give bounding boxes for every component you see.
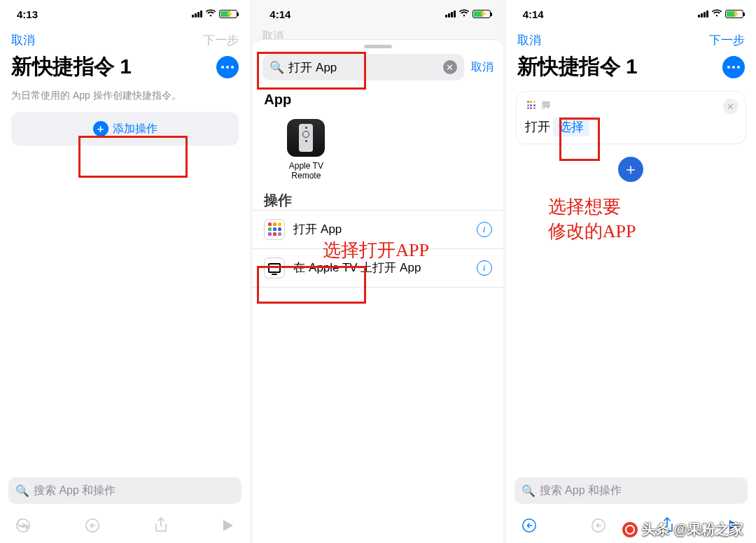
clear-search-button[interactable]: ✕	[443, 60, 457, 74]
annotation-text: 选择想要 修改的APP	[548, 195, 636, 244]
action-card-header: 脚	[525, 99, 737, 111]
more-menu-button[interactable]	[722, 56, 745, 78]
section-app-label: App	[253, 86, 503, 109]
page-title: 新快捷指令 1	[517, 52, 638, 81]
status-bar: 4:14 ⚡	[506, 0, 756, 28]
toutiao-logo-icon	[622, 522, 638, 537]
cellular-signal-icon	[192, 10, 202, 17]
search-row: 🔍 打开 App ✕ 取消	[253, 48, 503, 86]
share-button[interactable]	[154, 517, 168, 534]
search-placeholder: 搜索 App 和操作	[540, 484, 622, 498]
more-menu-button[interactable]	[216, 56, 239, 78]
action-card-header-text: 脚	[542, 99, 550, 111]
search-icon: 🔍	[270, 60, 284, 75]
open-app-action-card[interactable]: 脚 ✕ 打开 选择	[516, 91, 746, 144]
annotation-text: 选择打开APP	[323, 238, 429, 262]
title-row: 新快捷指令 1	[506, 50, 756, 85]
action-open-app-label: 打开 App	[293, 221, 342, 237]
pane-shortcut-editor: 4:14 ⚡ 取消 下一步 新快捷指令 1 脚 ✕ 打开 选择 ＋ 选择想要 修…	[506, 0, 756, 543]
watermark: 头条 @果粉之家	[622, 520, 743, 539]
status-indicators: ⚡	[445, 9, 491, 20]
cellular-signal-icon	[445, 10, 456, 17]
wifi-icon	[205, 9, 216, 20]
section-ops-label: 操作	[264, 191, 292, 210]
apple-tv-remote-app[interactable]: Apple TV Remote	[253, 109, 337, 188]
next-button[interactable]: 下一步	[709, 32, 745, 48]
battery-icon: ⚡	[725, 10, 743, 18]
redo-button[interactable]	[85, 518, 100, 533]
wifi-icon	[711, 9, 722, 20]
status-time: 4:14	[523, 8, 544, 20]
shortcuts-grid-icon	[525, 99, 538, 111]
next-button[interactable]: 下一步	[203, 32, 239, 48]
undo-button[interactable]	[522, 518, 537, 533]
pane-search-actions: 4:14 ⚡ 取消 🔍 打开 App ✕ 取消 App Apple TV Rem…	[253, 0, 503, 543]
status-bar: 4:14 ⚡	[253, 0, 503, 28]
subtitle: 为日常使用的 App 操作创建快捷指令。	[0, 85, 250, 112]
wifi-icon	[458, 9, 470, 20]
undo-button[interactable]	[15, 518, 31, 533]
cellular-signal-icon	[698, 10, 708, 17]
plus-circle-icon: ＋	[93, 121, 108, 136]
shortcuts-grid-icon	[264, 219, 285, 240]
app-label: Apple TV Remote	[275, 161, 337, 181]
add-action-label: 添加操作	[113, 122, 158, 136]
search-icon: 🔍	[15, 484, 29, 498]
search-placeholder: 搜索 App 和操作	[34, 484, 115, 498]
search-input[interactable]: 🔍 搜索 App 和操作	[514, 477, 748, 504]
battery-icon: ⚡	[472, 10, 491, 18]
title-row: 新快捷指令 1	[0, 50, 250, 85]
status-time: 4:13	[17, 8, 38, 20]
battery-icon: ⚡	[219, 10, 237, 18]
status-indicators: ⚡	[698, 9, 743, 20]
cancel-button[interactable]: 取消	[11, 32, 35, 48]
search-input[interactable]: 🔍 搜索 App 和操作	[8, 477, 241, 504]
apple-tv-icon	[264, 258, 285, 278]
cancel-button[interactable]: 取消	[517, 32, 541, 48]
pane-new-shortcut: 4:13 ⚡ 取消 下一步 新快捷指令 1 为日常使用的 App 操作创建快捷指…	[0, 0, 250, 543]
add-action-plus-button[interactable]: ＋	[618, 157, 643, 182]
bottom-toolbar	[0, 508, 250, 543]
open-label: 打开	[525, 118, 550, 135]
apple-tv-remote-icon	[287, 119, 325, 157]
info-button[interactable]: i	[477, 222, 492, 237]
nav-bar: 取消 下一步	[506, 28, 756, 50]
play-button[interactable]	[222, 519, 234, 533]
add-action-button[interactable]: ＋ 添加操作	[11, 112, 239, 146]
search-value: 打开 App	[288, 59, 337, 76]
search-cancel-button[interactable]: 取消	[471, 60, 493, 75]
nav-bar: 取消 下一步	[0, 28, 250, 50]
remove-action-button[interactable]: ✕	[723, 99, 738, 114]
status-bar: 4:13 ⚡	[0, 0, 250, 28]
status-indicators: ⚡	[192, 9, 237, 20]
action-picker-sheet: 🔍 打开 App ✕ 取消 App Apple TV Remote 操作 打开 …	[253, 39, 503, 543]
status-time: 4:14	[270, 8, 290, 20]
app-token[interactable]: 选择	[553, 117, 589, 136]
page-title: 新快捷指令 1	[11, 52, 132, 81]
action-body: 打开 选择	[525, 111, 737, 136]
search-icon: 🔍	[522, 484, 536, 498]
info-button[interactable]: i	[477, 260, 492, 276]
watermark-text: 头条 @果粉之家	[642, 520, 743, 539]
redo-button[interactable]	[591, 518, 606, 533]
search-input[interactable]: 🔍 打开 App ✕	[262, 54, 463, 80]
